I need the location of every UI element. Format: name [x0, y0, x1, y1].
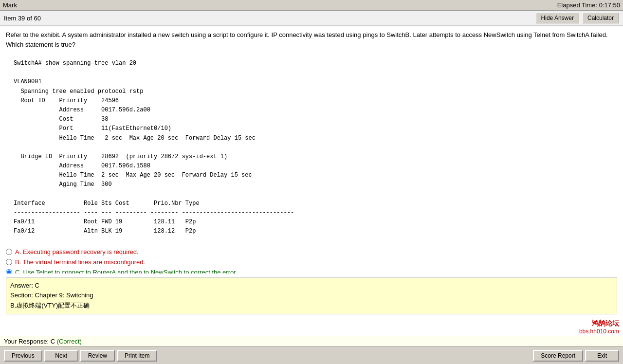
previous-button[interactable]: Previous [4, 350, 42, 362]
option-radio-a[interactable] [6, 249, 12, 255]
nav-right: Score Report Exit [533, 350, 619, 362]
title-bar: Mark Elapsed Time: 0:17:50 [0, 0, 623, 11]
item-header: Item 39 of 60 Hide Answer Calculator [0, 11, 623, 26]
app-name: Mark [3, 1, 17, 9]
status-prefix: Your Response: C [4, 338, 57, 345]
answer-line1: Answer: C [10, 281, 613, 291]
option-radio-c[interactable] [6, 269, 12, 273]
item-total-link[interactable]: 60 [34, 15, 40, 22]
next-button[interactable]: Next [44, 350, 78, 362]
watermark-line2: bbs.hh010.com [4, 328, 619, 335]
option-label-c: C. Use Telnet to connect to RouterA and … [15, 269, 237, 273]
question-text: Refer to the exhibit. A system administr… [6, 30, 617, 49]
watermark-area: 鸿鹄论坛 bbs.hh010.com [0, 318, 623, 336]
status-text: Your Response: C (Correct) [4, 338, 82, 345]
elapsed-time: Elapsed Time: 0:17:50 [557, 1, 620, 9]
option-label-b: B. The virtual terminal lines are miscon… [15, 258, 145, 266]
answer-line3: B.虚拟终端(VTY)配置不正确 [10, 301, 613, 311]
calculator-button[interactable]: Calculator [582, 13, 619, 23]
options-container: A. Executing password recovery is requir… [6, 248, 617, 273]
option-radio-b[interactable] [6, 259, 12, 265]
nav-left: Previous Next Review Print Item [4, 350, 157, 362]
score-report-button[interactable]: Score Report [533, 350, 583, 362]
print-item-button[interactable]: Print Item [117, 350, 157, 362]
exit-button[interactable]: Exit [585, 350, 619, 362]
item-counter: Item 39 of 60 [4, 15, 41, 22]
option-row-a: A. Executing password recovery is requir… [6, 248, 617, 255]
nav-bar: Previous Next Review Print Item Score Re… [0, 346, 623, 364]
item-label: Item 39 of [4, 15, 34, 22]
status-correct: (Correct) [57, 338, 82, 345]
header-buttons: Hide Answer Calculator [536, 13, 619, 23]
exhibit-block: SwitchA# show spanning-tree vlan 20 VLAN… [6, 55, 617, 240]
review-button[interactable]: Review [80, 350, 115, 362]
main-content: Refer to the exhibit. A system administr… [0, 26, 623, 273]
watermark-line1: 鸿鹄论坛 [4, 319, 619, 328]
answer-line2: Section: Chapter 9: Switching [10, 291, 613, 301]
answer-box: Answer: C Section: Chapter 9: Switching … [6, 277, 617, 314]
hide-answer-button[interactable]: Hide Answer [536, 13, 579, 23]
option-row-b: B. The virtual terminal lines are miscon… [6, 258, 617, 266]
option-label-a: A. Executing password recovery is requir… [15, 248, 139, 255]
option-row-c: C. Use Telnet to connect to RouterA and … [6, 269, 617, 273]
status-bar: Your Response: C (Correct) [0, 336, 623, 346]
